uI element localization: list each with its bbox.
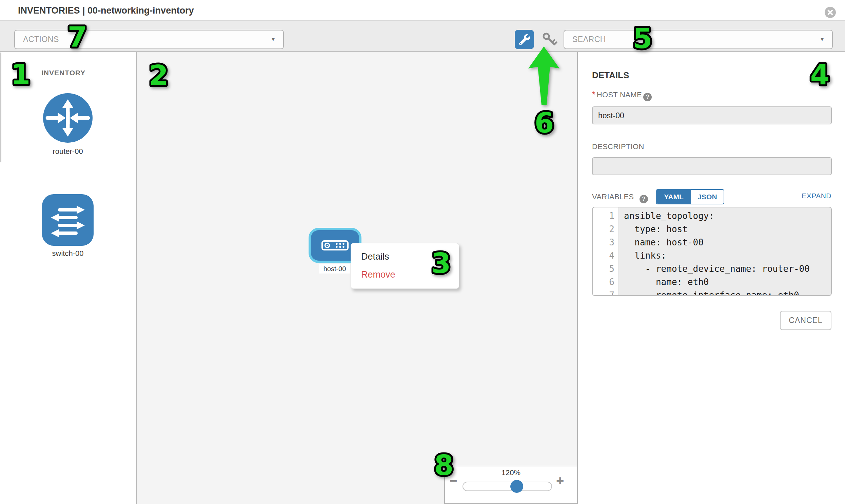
variables-label: VARIABLES (592, 193, 634, 201)
editor-code-line: type: host (624, 223, 831, 236)
zoom-slider-track[interactable] (462, 482, 552, 491)
annotation-marker-6: 6 (529, 105, 560, 139)
chevron-down-icon: ▼ (270, 36, 276, 42)
editor-line-number: 1 (593, 210, 618, 223)
svg-text:1: 1 (11, 58, 30, 90)
required-mark: * (592, 90, 595, 99)
annotation-marker-4: 4 (805, 57, 835, 91)
svg-text:3: 3 (431, 247, 451, 279)
zoom-slider-handle[interactable] (510, 480, 523, 493)
host-name-input[interactable]: host-00 (592, 106, 832, 124)
editor-line-number: 4 (593, 249, 618, 262)
help-icon[interactable]: ? (643, 93, 652, 101)
svg-text:8: 8 (434, 449, 453, 481)
description-label: DESCRIPTION (592, 142, 644, 151)
inventory-topology-app: INVENTORIES | 00-networking-inventory AC… (0, 0, 845, 504)
zoom-in-button[interactable]: + (556, 473, 564, 488)
editor-line-number: 3 (593, 236, 618, 249)
chevron-down-icon: ▼ (820, 36, 825, 42)
host-node-label: host-00 (319, 264, 350, 273)
header: INVENTORIES | 00-networking-inventory (0, 0, 845, 21)
actions-dropdown[interactable]: ACTIONS ▼ (14, 30, 284, 49)
expand-link[interactable]: EXPAND (802, 192, 831, 200)
toolbar: ACTIONS ▼ SEARCH ▼ (0, 21, 845, 52)
actions-dropdown-label: ACTIONS (23, 35, 59, 44)
svg-text:7: 7 (68, 21, 87, 53)
editor-gutter: 1 2 3 4 5 6 7 (593, 208, 619, 295)
router-icon[interactable] (42, 92, 93, 144)
zoom-control: 120% − + (444, 466, 578, 504)
annotation-marker-3: 3 (426, 246, 456, 280)
annotation-marker-8: 8 (428, 448, 459, 482)
svg-text:6: 6 (534, 107, 554, 139)
context-menu-item-remove[interactable]: Remove (361, 269, 395, 280)
x-glyph (827, 10, 833, 15)
svg-text:4: 4 (810, 59, 829, 91)
device-label-switch: switch-00 (34, 249, 102, 258)
search-dropdown-label: SEARCH (573, 35, 606, 44)
editor-code-line: name: eth0 (624, 275, 831, 289)
svg-text:5: 5 (633, 22, 652, 55)
editor-code-area[interactable]: ansible_topology: type: host name: host-… (619, 208, 831, 295)
annotation-marker-5: 5 (627, 21, 658, 55)
svg-text:2: 2 (149, 59, 168, 91)
editor-line-number: 2 (593, 223, 618, 236)
host-name-label-row: * HOST NAME ? (592, 90, 652, 101)
editor-code-line: name: host-00 (624, 236, 831, 249)
switch-icon[interactable] (42, 194, 93, 246)
editor-line-number: 7 (593, 289, 618, 296)
editor-code-line: links: (624, 249, 831, 262)
cancel-button[interactable]: CANCEL (780, 311, 831, 330)
annotation-arrow-up (522, 41, 566, 108)
editor-code-line: - remote_device_name: router-00 (624, 262, 831, 275)
sidebar-scrollbar[interactable] (0, 53, 1, 162)
yaml-toggle-button[interactable]: YAML (656, 190, 691, 204)
variables-editor[interactable]: 1 2 3 4 5 6 7 ansible_topology: type: ho… (592, 207, 832, 296)
editor-code-line: remote_interface_name: eth0 (624, 289, 831, 296)
annotation-marker-7: 7 (62, 20, 92, 54)
page-title: INVENTORIES | 00-networking-inventory (18, 5, 194, 16)
search-dropdown[interactable]: SEARCH ▼ (564, 30, 833, 49)
description-input[interactable] (592, 157, 832, 175)
help-icon[interactable]: ? (639, 195, 648, 203)
server-icon (321, 240, 349, 251)
editor-line-number: 6 (593, 275, 618, 289)
annotation-marker-1: 1 (5, 57, 36, 91)
variables-format-toggle: YAML JSON (656, 189, 724, 204)
device-label-router: router-00 (34, 147, 102, 156)
annotation-marker-2: 2 (143, 58, 174, 92)
inventory-heading: INVENTORY (41, 69, 85, 77)
variables-label-row: VARIABLES ? (592, 193, 648, 203)
editor-line-number: 5 (593, 262, 618, 275)
editor-code-line: ansible_topology: (624, 210, 831, 223)
close-icon[interactable] (825, 7, 836, 18)
json-toggle-button[interactable]: JSON (691, 190, 724, 204)
details-panel-heading: DETAILS (592, 70, 629, 81)
context-menu-item-details[interactable]: Details (361, 252, 389, 262)
host-name-label: HOST NAME (597, 90, 642, 99)
